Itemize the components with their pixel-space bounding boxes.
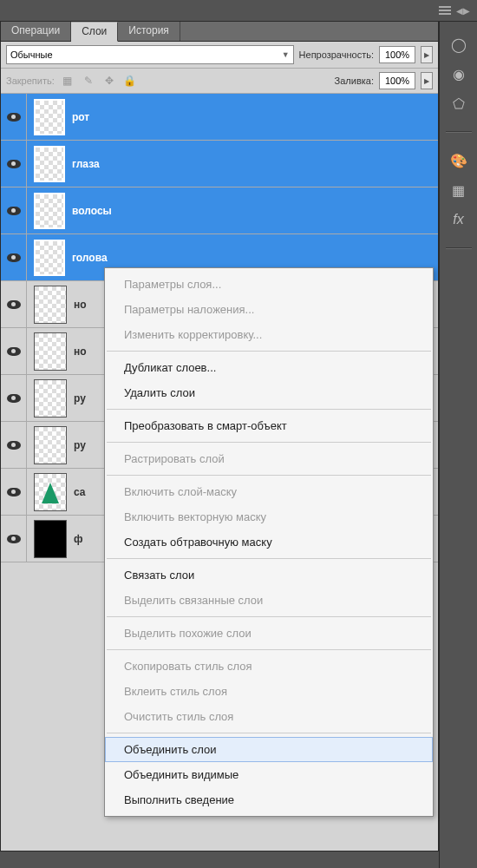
menu-item: Растрировать слой (105, 446, 433, 471)
blend-mode-value: Обычные (10, 49, 53, 60)
eye-icon (7, 207, 21, 215)
tab-operations[interactable]: Операции (1, 22, 71, 41)
menu-separator (107, 616, 431, 617)
fx-icon[interactable]: fx (448, 209, 469, 230)
layer-name[interactable]: волосы (72, 205, 112, 217)
menu-item[interactable]: Дубликат слоев... (105, 355, 433, 380)
layer-name[interactable]: но (74, 299, 87, 311)
lens-icon[interactable]: ◯ (448, 34, 469, 55)
layer-thumbnail[interactable] (34, 99, 65, 135)
layer-thumbnail[interactable] (34, 426, 67, 464)
eye-icon (7, 535, 21, 543)
menu-item: Параметры слоя... (105, 272, 433, 297)
menu-item[interactable]: Создать обтравочную маску (105, 529, 433, 555)
layer-row[interactable]: рот (1, 94, 438, 141)
layer-name[interactable]: рот (72, 111, 89, 123)
panel-tabs: Операции Слои История (1, 22, 438, 42)
eye-icon (7, 488, 21, 496)
menu-item[interactable]: Удалить слои (105, 380, 433, 405)
menu-separator (107, 475, 431, 476)
lock-all-icon[interactable]: 🔒 (122, 73, 138, 89)
visibility-toggle[interactable] (1, 328, 27, 374)
menu-item[interactable]: Объединить видимые (105, 762, 433, 787)
eye-icon (7, 113, 21, 122)
layer-name[interactable]: ф (74, 533, 83, 545)
menu-item: Вклеить стиль слоя (105, 679, 433, 704)
tab-history[interactable]: История (118, 22, 180, 41)
dropdown-arrow-icon: ▼ (282, 50, 290, 59)
opacity-label: Непрозрачность: (299, 49, 374, 60)
visibility-toggle[interactable] (1, 422, 27, 468)
menu-item[interactable]: Связать слои (105, 562, 433, 588)
menu-item: Выделить связанные слои (105, 588, 433, 613)
menu-item: Включить слой-маску (105, 479, 433, 504)
bottom-bar (0, 851, 439, 868)
visibility-toggle[interactable] (1, 234, 27, 280)
visibility-toggle[interactable] (1, 375, 27, 421)
tab-layers[interactable]: Слои (71, 22, 118, 42)
right-sidebar: ◯ ◉ ⬠ 🎨 ▦ fx (439, 22, 477, 868)
blend-mode-select[interactable]: Обычные ▼ (6, 45, 294, 64)
window-top-bar: ◀▶ (0, 0, 477, 22)
eye-icon (7, 253, 21, 262)
fill-slider-toggle[interactable]: ▶ (421, 72, 433, 89)
menu-item: Выделить похожие слои (105, 621, 433, 646)
visibility-toggle[interactable] (1, 516, 27, 562)
shape-icon[interactable]: ⬠ (448, 93, 469, 114)
lock-position-icon[interactable]: ✥ (101, 73, 117, 89)
collapse-arrow-icon[interactable]: ◀▶ (456, 6, 470, 16)
menu-separator (107, 649, 431, 650)
panel-menu-icon[interactable] (439, 6, 451, 15)
blend-opacity-row: Обычные ▼ Непрозрачность: 100% ▶ (1, 42, 438, 69)
layer-name[interactable]: са (74, 486, 86, 498)
opacity-slider-toggle[interactable]: ▶ (421, 46, 433, 63)
visibility-toggle[interactable] (1, 281, 27, 327)
lock-transparency-icon[interactable]: ▦ (60, 73, 75, 89)
layer-thumbnail[interactable] (34, 240, 65, 276)
lock-pixels-icon[interactable]: ✎ (81, 73, 96, 89)
visibility-toggle[interactable] (1, 141, 27, 187)
eye-icon (7, 441, 21, 450)
layer-thumbnail[interactable] (34, 520, 67, 558)
eye-icon (7, 347, 21, 356)
eye-icon (7, 300, 21, 309)
layer-thumbnail[interactable] (34, 379, 67, 418)
opacity-input[interactable]: 100% (379, 46, 415, 63)
layer-name[interactable]: глаза (72, 158, 100, 170)
sphere-icon[interactable]: ◉ (448, 63, 469, 84)
menu-item: Изменить корректировку... (105, 322, 433, 347)
menu-item: Очистить стиль слоя (105, 704, 433, 729)
menu-item[interactable]: Объединить слои (105, 737, 433, 762)
layer-context-menu: Параметры слоя...Параметры наложения...И… (104, 267, 434, 817)
layer-name[interactable]: ру (74, 439, 86, 451)
layer-name[interactable]: голова (72, 252, 108, 264)
layer-thumbnail[interactable] (34, 146, 65, 182)
grid-icon[interactable]: ▦ (448, 180, 469, 201)
layer-thumbnail[interactable] (34, 473, 67, 511)
menu-separator (107, 351, 431, 352)
layer-row[interactable]: волосы (1, 187, 438, 234)
visibility-toggle[interactable] (1, 469, 27, 515)
layer-thumbnail[interactable] (34, 286, 67, 324)
layer-thumbnail[interactable] (34, 193, 65, 229)
layer-name[interactable]: но (74, 345, 87, 358)
menu-item: Включить векторную маску (105, 504, 433, 529)
menu-separator (107, 409, 431, 410)
menu-item: Параметры наложения... (105, 297, 433, 322)
lock-label: Закрепить: (6, 76, 55, 86)
palette-icon[interactable]: 🎨 (448, 150, 469, 171)
menu-separator (107, 558, 431, 559)
layer-row[interactable]: глаза (1, 141, 438, 187)
menu-item: Скопировать стиль слоя (105, 654, 433, 679)
visibility-toggle[interactable] (1, 187, 27, 233)
menu-separator (107, 733, 431, 733)
menu-separator (107, 442, 431, 443)
fill-input[interactable]: 100% (379, 72, 415, 89)
menu-item[interactable]: Преобразовать в смарт-объект (105, 413, 433, 438)
visibility-toggle[interactable] (1, 94, 27, 140)
eye-icon (7, 394, 21, 403)
layer-name[interactable]: ру (74, 392, 86, 404)
layer-thumbnail[interactable] (34, 332, 67, 371)
eye-icon (7, 160, 21, 168)
menu-item[interactable]: Выполнить сведение (105, 787, 433, 812)
